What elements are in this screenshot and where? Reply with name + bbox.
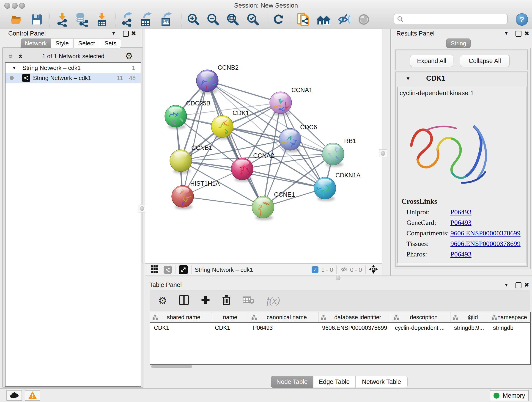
cloud-status-box[interactable]	[6, 390, 22, 401]
tab-edge-table[interactable]: Edge Table	[313, 376, 355, 388]
tab-select[interactable]: Select	[73, 38, 100, 48]
delete-table-icon[interactable]	[243, 296, 254, 305]
horizontal-splitter-handle[interactable]	[336, 276, 341, 280]
zoom-in-icon[interactable]	[186, 12, 200, 27]
tab-network-table[interactable]: Network Table	[355, 376, 408, 388]
hidden-eye-icon[interactable]	[340, 266, 348, 274]
network-view-title: String Network – cdk1	[195, 266, 253, 274]
warning-status-box[interactable]	[25, 390, 40, 401]
refresh-icon[interactable]	[272, 12, 285, 27]
table-panel-menu-icon[interactable]: ▼	[504, 282, 509, 288]
results-panel-menu-icon[interactable]: ▼	[504, 31, 509, 36]
function-builder-icon[interactable]: f(x)	[266, 295, 280, 306]
table-cell[interactable]: CDK1	[215, 323, 248, 332]
results-scrollbar-track[interactable]	[397, 263, 526, 265]
gene-collapse-triangle-icon[interactable]: ▼	[405, 76, 411, 82]
table-cell[interactable]: P06493	[253, 323, 317, 332]
control-panel-close-icon[interactable]: ✖	[131, 30, 136, 37]
table-panel-close-icon[interactable]: ✖	[524, 281, 529, 288]
table-cell[interactable]: stringdb	[493, 323, 528, 332]
column-header--id[interactable]: @id	[450, 312, 489, 322]
collapse-triangle-icon[interactable]: ▼	[12, 65, 17, 70]
collapse-all-chevron-icon[interactable]: »	[9, 54, 13, 59]
crosslink-label: Tissues:	[406, 240, 450, 248]
first-neighbors-icon[interactable]	[317, 12, 330, 27]
network-collection-row[interactable]: ▼ String Network – cdk1 1	[6, 63, 141, 73]
grid-view-icon[interactable]	[151, 265, 158, 274]
tab-style[interactable]: Style	[51, 38, 73, 48]
string-style-icon[interactable]	[164, 266, 172, 274]
import-table-file-icon[interactable]	[95, 12, 109, 27]
node-label-CCNE1: CCNE1	[274, 191, 295, 198]
table-cell[interactable]: stringdb:9...	[454, 323, 488, 332]
export-image-icon[interactable]	[159, 12, 173, 27]
table-cell[interactable]: 9606.ENSP00000378699	[322, 323, 390, 332]
tab-node-table[interactable]: Node Table	[271, 376, 313, 388]
memory-button[interactable]: Memory	[490, 390, 529, 401]
toolbar-separator	[290, 12, 290, 27]
export-network-icon[interactable]	[120, 12, 134, 27]
import-network-file-icon[interactable]	[56, 12, 69, 27]
zoom-selected-icon[interactable]	[246, 12, 260, 27]
network-graph[interactable]: CCNB2CCNA1CDC25BCDK1CDC6RB1CCNB1CCNA2CDK…	[145, 29, 382, 263]
network-options-gear-icon[interactable]: ⚙	[125, 51, 133, 61]
table-panel-float-icon[interactable]	[515, 282, 521, 288]
birds-eye-view-icon[interactable]	[369, 265, 378, 275]
node-label-CDKN1A: CDKN1A	[336, 172, 361, 179]
search-input[interactable]	[404, 16, 503, 23]
zoom-fit-icon[interactable]	[226, 12, 240, 27]
export-table-icon[interactable]	[139, 12, 153, 27]
open-session-icon[interactable]	[10, 12, 23, 27]
column-header-shared-name[interactable]: shared name	[150, 312, 211, 322]
zoom-out-icon[interactable]	[206, 12, 220, 27]
crosslink-label: Pharos:	[406, 250, 450, 258]
crosslink-value-link[interactable]: P06493	[450, 250, 472, 258]
control-panel-float-icon[interactable]	[123, 31, 129, 37]
save-session-icon[interactable]	[30, 12, 44, 27]
string-app-icon	[22, 74, 30, 82]
tab-sets[interactable]: Sets	[100, 38, 121, 48]
inactive-eye-icon[interactable]	[357, 12, 371, 27]
selected-checkbox-icon[interactable]: ✓	[312, 266, 318, 273]
crosslink-value-link[interactable]: P06493	[450, 208, 472, 216]
table-settings-gear-icon[interactable]: ⚙	[158, 295, 167, 306]
network-edge-CCNA2-CDKN1A[interactable]	[242, 169, 325, 188]
show-hide-icon[interactable]	[337, 12, 351, 27]
column-header-name[interactable]: name	[211, 312, 249, 322]
crosslink-value-link[interactable]: 9606.ENSP00000378699	[450, 240, 520, 248]
control-panel-menu-icon[interactable]: ▼	[111, 31, 116, 36]
node-label-CDC6: CDC6	[300, 124, 317, 131]
table-cell[interactable]: cyclin-dependent ...	[395, 323, 450, 332]
network-edge-CCNB2-CCNE1[interactable]	[207, 81, 263, 207]
column-header-canonical-name[interactable]: canonical name	[249, 312, 318, 322]
tab-network[interactable]: Network	[21, 38, 51, 48]
column-header-database-identifier[interactable]: database identifier	[318, 312, 391, 322]
help-button[interactable]: ?	[516, 13, 528, 26]
column-header-namespace[interactable]: namespace	[489, 312, 529, 322]
open-in-new-icon[interactable]	[179, 265, 188, 274]
network-edge-HIST1H1A-CCNE1[interactable]	[183, 196, 263, 207]
import-network-database-icon[interactable]	[75, 12, 89, 27]
expand-all-button[interactable]: Expand All	[410, 55, 453, 67]
right-splitter-handle[interactable]	[379, 149, 387, 157]
crosslink-value-link[interactable]: 9606.ENSP00000378699	[450, 229, 520, 237]
results-panel-close-icon[interactable]: ✖	[524, 30, 529, 37]
network-row-selected[interactable]: String Network – cdk1 11 48	[6, 73, 141, 83]
left-splitter-handle[interactable]	[138, 205, 146, 212]
show-columns-icon[interactable]	[179, 295, 189, 306]
crosslink-value-link[interactable]: P06493	[450, 219, 472, 226]
table-hscrollbar-thumb[interactable]	[151, 365, 192, 368]
table-cell[interactable]: CDK1	[154, 323, 210, 332]
clone-network-icon[interactable]	[297, 12, 310, 27]
tab-string[interactable]: String	[446, 38, 471, 48]
delete-column-icon[interactable]	[222, 295, 231, 306]
column-header-description[interactable]: description	[391, 312, 450, 322]
network-status-dot	[10, 76, 14, 80]
add-column-icon[interactable]	[201, 295, 210, 306]
expand-all-chevron-icon[interactable]: »	[17, 54, 22, 59]
right-splitter[interactable]	[382, 29, 390, 263]
network-edge-CCNB2-CCNA1[interactable]	[207, 81, 281, 103]
collapse-all-button[interactable]: Collapse All	[460, 55, 510, 67]
results-panel-float-icon[interactable]	[515, 31, 521, 37]
network-canvas[interactable]: CCNB2CCNA1CDC25BCDK1CDC6RB1CCNB1CCNA2CDK…	[145, 29, 382, 263]
